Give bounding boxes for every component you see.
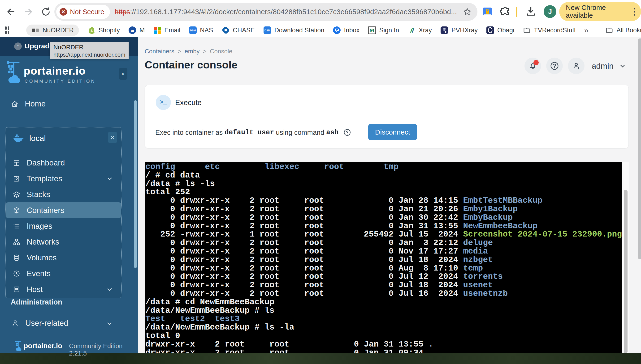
sidebar-item-label: Networks (27, 238, 59, 246)
obagi-favicon-icon (486, 26, 494, 34)
terminal-line: total 252 (145, 188, 622, 197)
address-bar[interactable]: ✕ Not Secure https://192.168.1.177:9443/… (54, 3, 478, 21)
page-scrollbar-thumb[interactable] (638, 38, 641, 259)
svg-text:S: S (91, 29, 93, 32)
reload-button[interactable] (39, 5, 53, 18)
sidebar-item-stacks[interactable]: Stacks (6, 186, 121, 202)
bookmark-label: M (139, 27, 145, 34)
sidebar-item-events[interactable]: Events (6, 266, 121, 282)
terminal-line: 0 drwxr-xr-x 2 root root 0 Jul 12 2024 t… (145, 273, 622, 281)
bookmarks-bar: NuORDERSShopifymMEmailDSMNASCHASEDSMDown… (0, 24, 641, 37)
breadcrumb-console: Console (210, 48, 232, 55)
terminal-scrollbar-thumb[interactable] (624, 190, 627, 354)
portainer-brand: portainer.io COMMUNITY EDITION (0, 59, 138, 88)
back-arrow-icon (6, 6, 16, 17)
bookmark-email[interactable]: Email (153, 26, 180, 34)
bookmark-chase[interactable]: CHASE (222, 26, 255, 34)
terminal-prompt-icon: >_ (156, 95, 171, 110)
terminal-line: 0 drwxr-xr-x 2 root root 0 Jul 16 2024 u… (145, 290, 622, 298)
nuorder-favicon-icon (32, 26, 40, 34)
console-terminal[interactable]: config etc libexec root tmp/ # cd data/d… (145, 162, 629, 354)
sidebar-item-home[interactable]: Home (11, 96, 46, 112)
sidebar-item-volumes[interactable]: Volumes (6, 250, 121, 266)
sidebar-item-label: Templates (27, 174, 62, 183)
forward-button[interactable] (22, 5, 35, 18)
breadcrumb-emby[interactable]: emby (185, 48, 200, 55)
terminal-line: /data/NewEmmBeeBackup # ls -la (145, 324, 622, 332)
browser-menu-icon[interactable] (634, 8, 635, 16)
bookmark-xray[interactable]: Xray (407, 26, 432, 34)
terminal-line: 0 drwxr-xr-x 2 root root 0 Jan 21 20:26 … (145, 205, 622, 214)
sidebar-scrollbar[interactable] (134, 100, 137, 268)
terminal-line: total 0 (145, 332, 622, 340)
bookmark-obagi[interactable]: Obagi (486, 26, 514, 34)
pvh-favicon-icon (440, 26, 448, 34)
password-extension-button[interactable] (482, 6, 493, 17)
breadcrumb-containers[interactable]: Containers (145, 48, 174, 55)
portainer-sidebar: ↑ Upgrade NuORDER https://app.next.nuord… (0, 37, 138, 353)
sidebar-item-user-related[interactable]: User-related (0, 316, 138, 332)
terminal-scrollbar-track[interactable] (622, 162, 629, 354)
bookmark-tvrecordstuff[interactable]: TVRecordStuff (523, 26, 576, 34)
user-name[interactable]: admin (592, 61, 613, 70)
sidebar-item-images[interactable]: Images (6, 218, 121, 234)
forward-arrow-icon (23, 6, 34, 17)
bookmark-label: CHASE (233, 27, 255, 34)
users-icon (11, 319, 19, 327)
exec-user-code: default user (225, 129, 274, 136)
sidebar-item-host[interactable]: Host (6, 282, 121, 297)
bookmark-nas[interactable]: DSMNAS (189, 26, 213, 34)
terminal-line: Test test2 test3 (145, 315, 622, 324)
environment-close-button[interactable]: × (108, 132, 117, 143)
docker-whale-icon (12, 132, 25, 144)
bookmark-m[interactable]: mM (128, 26, 145, 34)
disconnect-button[interactable]: Disconnect (368, 124, 417, 140)
sidebar-item-containers[interactable]: Containers (6, 202, 121, 218)
sidebar-footer: portainer.io Community Edition 2.21.5 (0, 340, 138, 353)
bookmark-label: Inbox (344, 27, 359, 34)
terminal-line: 0 drwxr-xr-x 2 root root 0 Jan 30 22:42 … (145, 214, 622, 222)
bookmark-sign-in[interactable]: MSign In (368, 26, 399, 34)
environment-header[interactable]: local × (6, 132, 121, 145)
bookmark-shopify[interactable]: SShopify (87, 26, 120, 34)
containers-icon (13, 206, 20, 214)
notifications-button[interactable] (524, 58, 541, 74)
extensions-button[interactable] (499, 6, 511, 18)
sidebar-item-dashboard[interactable]: Dashboard (6, 155, 121, 171)
sidebar-item-networks[interactable]: Networks (6, 234, 121, 250)
site-security-chip[interactable]: ✕ Not Secure (56, 5, 110, 19)
exec-help-icon[interactable] (343, 128, 351, 136)
svg-text:DSM: DSM (190, 29, 196, 32)
umich-favicon-icon: M (368, 26, 376, 34)
bookmark-download-station[interactable]: DSMDownload Station (263, 26, 325, 34)
help-button[interactable] (546, 58, 563, 74)
user-menu-avatar[interactable] (568, 58, 584, 74)
terminal-line: 0 drwxr-xr-x 2 root root 0 Jan 28 14:15 … (145, 197, 622, 205)
bookmarks-overflow-button[interactable]: » (584, 26, 588, 35)
apps-grid-icon[interactable] (5, 26, 9, 34)
all-bookmarks-button[interactable]: All Bookmarks (605, 26, 641, 34)
home-icon (11, 100, 19, 108)
bookmark-inbox[interactable]: Inbox (333, 26, 359, 34)
terminal-line: 0 drwxr-xr-x 2 root root 0 Jul 18 2024 n… (145, 256, 622, 264)
back-button[interactable] (4, 5, 18, 18)
bookmark-label: Obagi (497, 27, 514, 34)
chrome-update-button[interactable]: New Chrome available (559, 2, 641, 21)
bookmark-nuorder[interactable]: NuORDER (26, 24, 79, 36)
terminal-line: 0 drwxr-xr-x 2 root root 0 Jul 18 2024 u… (145, 281, 622, 290)
downloads-button[interactable] (525, 6, 537, 17)
url-text[interactable]: https://192.168.1.177:9443/#!/2/docker/c… (115, 8, 457, 16)
bookmark-pvhxray[interactable]: PVHXray (440, 26, 478, 34)
puzzle-icon (499, 6, 511, 18)
bookmark-label: NAS (200, 27, 213, 34)
sidebar-collapse-button[interactable]: « (119, 68, 127, 80)
terminal-line: 0 drwxr-xr-x 2 root root 0 Jan 3 22:12 d… (145, 239, 622, 248)
footer-edition: Community Edition 2.21.5 (69, 342, 138, 357)
sidebar-item-templates[interactable]: Templates (6, 171, 121, 186)
user-menu-chevron-icon[interactable] (619, 62, 626, 70)
folder-favicon-icon (523, 26, 531, 34)
browser-profile-avatar[interactable]: J (544, 5, 556, 18)
bookmark-star-icon[interactable] (463, 7, 472, 16)
dashboard-icon (13, 159, 20, 167)
terminal-screen[interactable]: config etc libexec root tmp/ # cd data/d… (145, 162, 622, 354)
